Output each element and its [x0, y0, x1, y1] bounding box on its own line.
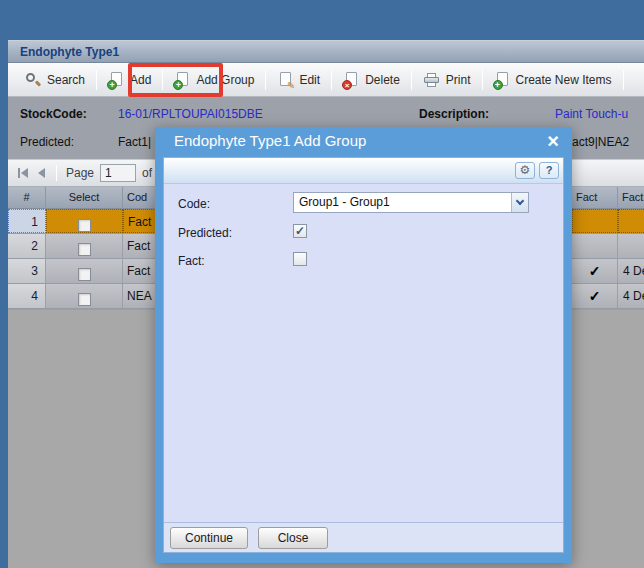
code-dropdown-value: Group1 - Group1 [294, 193, 511, 212]
add-group-button[interactable]: + Add Group [165, 67, 263, 93]
create-new-items-button-label: Create New Items [516, 73, 612, 87]
add-button[interactable]: + Add [99, 67, 160, 93]
predicted-value-right: act9|NEA2 [572, 135, 629, 149]
row-number: 2 [8, 234, 46, 258]
page-label: Page [66, 166, 94, 180]
row-select-cell [46, 209, 123, 233]
search-button-label: Search [47, 73, 85, 87]
add-icon: + [108, 72, 124, 88]
continue-button[interactable]: Continue [170, 527, 248, 549]
gear-icon[interactable]: ⚙ [515, 162, 535, 179]
edit-button[interactable]: ✎ Edit [268, 67, 329, 93]
toolbar-separator [482, 70, 483, 90]
search-icon [25, 72, 41, 88]
dialog-title: Endophyte Type1 Add Group [174, 132, 366, 149]
column-header-fact[interactable]: Fact [572, 187, 618, 209]
row-select-checkbox[interactable] [78, 243, 91, 256]
print-icon [423, 72, 440, 88]
toolbar: Search + Add + Add Group ✎ Edit × Delete… [8, 63, 644, 97]
toolbar-separator [411, 70, 412, 90]
window-title: Endophyte Type1 [8, 41, 644, 63]
row-select-cell [46, 259, 123, 283]
first-page-icon[interactable] [16, 166, 30, 180]
row-select-cell [46, 284, 123, 308]
add-group-icon: + [174, 72, 190, 88]
create-new-items-icon: + [494, 72, 510, 88]
toolbar-separator [265, 70, 266, 90]
close-button[interactable]: Close [258, 527, 328, 549]
previous-page-icon[interactable] [36, 166, 47, 180]
predicted-checkbox-label: Predicted: [178, 226, 232, 240]
description-value[interactable]: Paint Touch-u [555, 107, 628, 121]
row-select-checkbox[interactable] [78, 268, 91, 281]
column-header-select[interactable]: Select [46, 187, 123, 209]
row-fact-checkmark: ✓ [572, 259, 618, 283]
search-button[interactable]: Search [16, 67, 94, 93]
dialog-footer: Continue Close [164, 522, 563, 552]
chevron-down-icon[interactable] [511, 193, 528, 212]
row-fact2-cell: 4 De [618, 284, 644, 308]
column-header-num[interactable]: # [8, 187, 46, 209]
column-header-fact2[interactable]: Fact [618, 187, 644, 209]
predicted-value-left: Fact1| [118, 135, 151, 149]
row-fact-checkmark: ✓ [572, 284, 618, 308]
stock-code-value[interactable]: 16-01/RPLTOUPAI015DBE [118, 107, 263, 121]
close-icon[interactable]: × [547, 129, 559, 153]
row-select-checkbox[interactable] [78, 219, 91, 232]
code-dropdown[interactable]: Group1 - Group1 [293, 192, 529, 213]
print-button-label: Print [446, 73, 471, 87]
toolbar-separator [96, 70, 97, 90]
delete-icon: × [343, 72, 359, 88]
dialog-body: ⚙ ? Code: Group1 - Group1 Predicted: ✓ F… [163, 157, 564, 553]
row-fact2-cell: 4 De [618, 259, 644, 283]
row-fact-cell [572, 209, 618, 233]
row-fact-cell [572, 234, 618, 258]
edit-button-label: Edit [299, 73, 320, 87]
delete-button[interactable]: × Delete [334, 67, 409, 93]
row-number: 3 [8, 259, 46, 283]
add-button-label: Add [130, 73, 151, 87]
toolbar-separator [162, 70, 163, 90]
predicted-checkbox[interactable]: ✓ [293, 224, 307, 238]
fact-checkbox-label: Fact: [178, 254, 205, 268]
predicted-label: Predicted: [20, 135, 74, 149]
code-label: Code: [178, 197, 210, 211]
row-number: 4 [8, 284, 46, 308]
add-group-dialog: Endophyte Type1 Add Group × ⚙ ? Code: Gr… [155, 127, 572, 563]
edit-icon: ✎ [277, 72, 293, 88]
page-number-input[interactable] [100, 164, 136, 182]
row-select-checkbox[interactable] [78, 293, 91, 306]
toolbar-separator [331, 70, 332, 90]
row-number: 1 [8, 209, 46, 233]
description-label: Description: [419, 107, 489, 121]
pagination-separator [56, 165, 57, 181]
dialog-toolbar: ⚙ ? [164, 158, 563, 184]
add-group-button-label: Add Group [196, 73, 254, 87]
row-select-cell [46, 234, 123, 258]
row-fact2-cell [618, 209, 644, 233]
stock-code-label: StockCode: [20, 107, 87, 121]
print-button[interactable]: Print [414, 67, 480, 93]
row-fact2-cell [618, 234, 644, 258]
dialog-header[interactable]: Endophyte Type1 Add Group × [155, 127, 572, 157]
toolbar-separator [623, 70, 624, 90]
delete-button-label: Delete [365, 73, 400, 87]
fact-checkbox[interactable] [293, 252, 307, 266]
help-icon[interactable]: ? [539, 162, 559, 179]
create-new-items-button[interactable]: + Create New Items [485, 67, 621, 93]
